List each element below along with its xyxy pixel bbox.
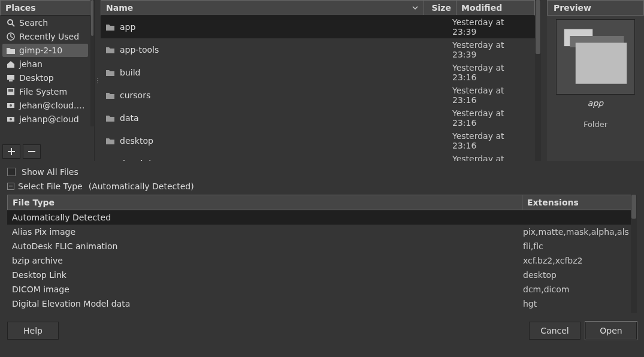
svg-rect-11 (28, 151, 35, 152)
filetype-row[interactable]: Digital Elevation Model datahgt (7, 297, 637, 311)
select-file-type-label: Select File Type (18, 181, 83, 191)
filetype-name: Desktop Link (12, 270, 523, 280)
help-button[interactable]: Help (7, 322, 59, 340)
folder-icon (105, 91, 115, 99)
filetype-ext (523, 213, 632, 222)
place-item-recently-used[interactable]: Recently Used (2, 30, 88, 43)
place-item-jehan[interactable]: jehan (2, 58, 88, 71)
add-bookmark-button[interactable] (2, 144, 20, 159)
folder-icon (561, 25, 630, 87)
pane-splitter[interactable]: ⋮ (95, 0, 101, 161)
places-scrollbar[interactable] (90, 0, 94, 126)
places-add-remove (0, 142, 94, 161)
file-name: desktop (120, 136, 153, 146)
file-name: devel-docs (120, 159, 165, 161)
svg-rect-6 (8, 89, 13, 92)
file-modified: Yesterday at 23:16 (452, 154, 530, 161)
remove-bookmark-button[interactable] (23, 144, 41, 159)
file-name: data (120, 113, 139, 123)
files-panel: Name Size Modified appYesterday at 23:39… (101, 0, 541, 161)
filetype-name: DICOM image (12, 285, 523, 294)
filetype-row[interactable]: DICOM imagedcm,dicom (7, 282, 637, 297)
files-scrollbar[interactable] (535, 0, 541, 161)
file-row[interactable]: appYesterday at 23:39 (101, 16, 535, 38)
column-size[interactable]: Size (424, 1, 456, 15)
main-row: Places SearchRecently Usedgimp-2-10jehan… (0, 0, 644, 161)
filetype-scrollbar[interactable] (631, 195, 637, 313)
preview-panel: Preview app Folder (547, 0, 644, 161)
file-row[interactable]: dataYesterday at 23:16 (101, 107, 535, 129)
file-modified: Yesterday at 23:16 (452, 63, 530, 82)
place-item-desktop[interactable]: Desktop (2, 71, 88, 84)
file-name: build (120, 68, 140, 77)
svg-point-0 (8, 20, 13, 25)
detected-label: (Automatically Detected) (89, 181, 194, 191)
cancel-button[interactable]: Cancel (529, 322, 580, 340)
folder-icon (105, 159, 115, 161)
file-name: app-tools (120, 45, 159, 55)
place-item-label: jehanp@cloud (19, 114, 79, 124)
file-row[interactable]: cursorsYesterday at 23:16 (101, 84, 535, 107)
file-name: app (120, 22, 135, 32)
place-item-jehan-cloud-[interactable]: Jehan@cloud.… (2, 99, 88, 112)
file-modified: Yesterday at 23:39 (452, 17, 530, 37)
filetype-row[interactable]: AutoDesk FLIC animationfli,flc (7, 239, 637, 253)
svg-line-1 (12, 24, 14, 26)
svg-point-8 (10, 104, 12, 107)
disk-icon (6, 87, 16, 96)
place-item-jehanp-cloud[interactable]: jehanp@cloud (2, 113, 88, 126)
place-item-search[interactable]: Search (2, 16, 88, 29)
column-extensions[interactable]: Extensions (522, 195, 636, 210)
button-bar: Help Cancel Open (0, 313, 644, 348)
filetype-ext: desktop (523, 270, 632, 280)
place-item-label: gimp-2-10 (19, 46, 62, 55)
file-type-table: File Type Extensions Automatically Detec… (7, 195, 637, 313)
chevron-down-icon (412, 4, 419, 11)
folder-icon (105, 137, 115, 145)
filetype-ext: fli,flc (523, 241, 632, 251)
file-modified: Yesterday at 23:39 (452, 40, 530, 59)
column-name[interactable]: Name (101, 1, 424, 15)
place-item-label: File System (19, 87, 67, 96)
file-type-expander[interactable]: − Select File Type (Automatically Detect… (7, 179, 637, 193)
desktop-icon (6, 73, 16, 83)
home-icon (6, 59, 16, 69)
net-icon (6, 114, 16, 124)
place-item-file-system[interactable]: File System (2, 85, 88, 98)
file-name: cursors (120, 90, 150, 100)
filetype-ext: hgt (523, 299, 632, 308)
file-modified: Yesterday at 23:16 (452, 86, 530, 105)
column-modified[interactable]: Modified (456, 1, 534, 15)
place-item-gimp-2-10[interactable]: gimp-2-10 (2, 44, 88, 57)
place-item-label: Search (19, 18, 48, 28)
place-item-label: Desktop (19, 73, 54, 83)
filetype-row[interactable]: Automatically Detected (7, 210, 637, 225)
file-row[interactable]: devel-docsYesterday at 23:16 (101, 152, 535, 161)
folder-icon (105, 114, 115, 122)
minus-box-icon: − (7, 183, 14, 190)
filetype-name: Digital Elevation Model data (12, 299, 523, 308)
preview-type: Folder (583, 120, 607, 129)
place-item-label: Recently Used (19, 32, 79, 41)
search-icon (6, 18, 16, 28)
filetype-ext: dcm,dicom (523, 285, 632, 294)
file-row[interactable]: buildYesterday at 23:16 (101, 61, 535, 84)
filetype-row[interactable]: bzip archivexcf.bz2,xcfbz2 (7, 253, 637, 268)
filetype-name: Automatically Detected (12, 213, 523, 222)
filetype-row[interactable]: Alias Pix imagepix,matte,mask,alpha,als (7, 225, 637, 239)
file-type-header: File Type Extensions (7, 195, 637, 210)
filetype-row[interactable]: Desktop Linkdesktop (7, 268, 637, 282)
column-file-type[interactable]: File Type (8, 195, 522, 210)
show-all-files-checkbox[interactable] (7, 168, 16, 176)
file-row[interactable]: desktopYesterday at 23:16 (101, 129, 535, 152)
column-name-label: Name (106, 3, 133, 13)
show-all-files-option[interactable]: Show All Files (7, 165, 637, 179)
open-button[interactable]: Open (585, 322, 637, 340)
svg-rect-4 (9, 80, 13, 81)
file-row[interactable]: app-toolsYesterday at 23:39 (101, 38, 535, 61)
minus-icon (27, 147, 37, 156)
filetype-name: AutoDesk FLIC animation (12, 241, 523, 251)
folder-icon (6, 46, 16, 55)
svg-rect-3 (7, 75, 14, 80)
place-item-label: Jehan@cloud.… (19, 101, 84, 110)
